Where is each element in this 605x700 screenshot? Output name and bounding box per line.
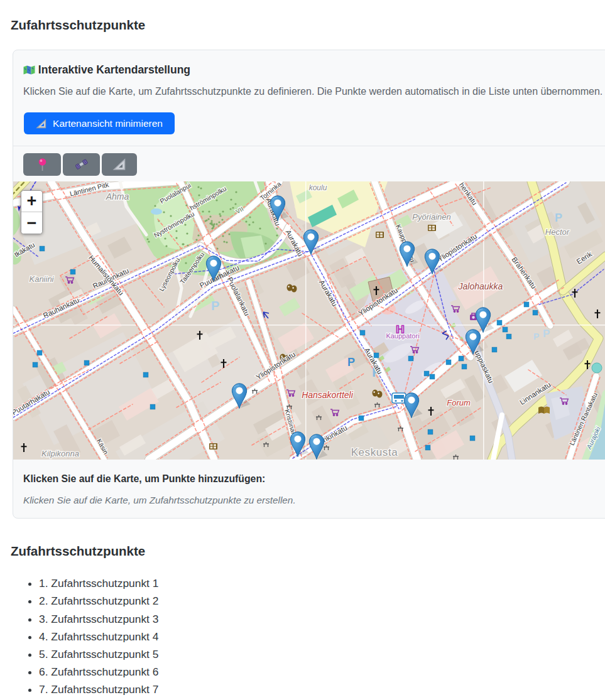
svg-text:Kauppatori: Kauppatori: [386, 332, 419, 340]
svg-text:Hector: Hector: [545, 227, 570, 237]
svg-text:Forum: Forum: [447, 398, 471, 407]
svg-text:P: P: [533, 331, 539, 342]
svg-text:P: P: [555, 212, 562, 224]
svg-text:Ahma: Ahma: [106, 191, 129, 202]
svg-text:Hansakortteli: Hansakortteli: [302, 390, 354, 400]
svg-text:Jalohaukka: Jalohaukka: [458, 281, 503, 291]
svg-text:P: P: [347, 356, 355, 369]
svg-text:Kilpikonna: Kilpikonna: [41, 449, 79, 458]
svg-text:koulu: koulu: [309, 183, 327, 192]
svg-text:Kaniini: Kaniini: [29, 274, 54, 284]
svg-text:P: P: [211, 299, 219, 313]
svg-text:P: P: [543, 328, 550, 340]
svg-text:Pyöriainen: Pyöriainen: [412, 212, 450, 222]
svg-text:Keskusta: Keskusta: [351, 446, 398, 458]
